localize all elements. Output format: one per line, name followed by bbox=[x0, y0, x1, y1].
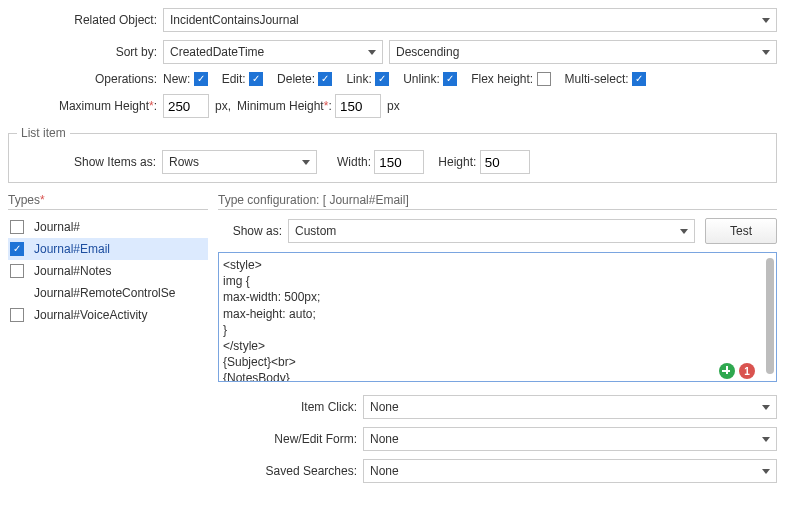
show-as-combo[interactable]: Custom bbox=[288, 219, 695, 243]
flex-height-label: Flex height: bbox=[471, 72, 533, 86]
max-height-label: Maximum Height bbox=[59, 99, 154, 113]
height-input[interactable] bbox=[480, 150, 530, 174]
multi-select-label: Multi-select: bbox=[565, 72, 629, 86]
error-badge[interactable]: 1 bbox=[739, 363, 755, 379]
delete-checkbox[interactable]: ✓ bbox=[318, 72, 332, 86]
types-title: Types bbox=[8, 193, 45, 207]
min-height-label: Minimum Height bbox=[237, 99, 328, 113]
new-edit-form-combo[interactable]: None bbox=[363, 427, 777, 451]
sort-direction-combo[interactable]: Descending bbox=[389, 40, 777, 64]
related-object-combo[interactable]: IncidentContainsJournal bbox=[163, 8, 777, 32]
new-label: New: bbox=[163, 72, 190, 86]
height-label: Height: bbox=[438, 155, 476, 169]
link-label: Link: bbox=[346, 72, 371, 86]
type-item-journal-voice[interactable]: Journal#VoiceActivity bbox=[8, 304, 208, 326]
test-button[interactable]: Test bbox=[705, 218, 777, 244]
item-click-value: None bbox=[370, 400, 399, 414]
plus-icon[interactable] bbox=[719, 363, 735, 379]
new-edit-form-label: New/Edit Form: bbox=[218, 432, 363, 446]
new-checkbox[interactable]: ✓ bbox=[194, 72, 208, 86]
show-items-as-label: Show Items as: bbox=[17, 155, 162, 169]
sort-field-value: CreatedDateTime bbox=[170, 45, 264, 59]
related-object-value: IncidentContainsJournal bbox=[170, 13, 299, 27]
show-as-label: Show as: bbox=[218, 224, 288, 238]
saved-searches-combo[interactable]: None bbox=[363, 459, 777, 483]
type-label: Journal#RemoteControlSe bbox=[34, 286, 175, 300]
type-item-journal-notes[interactable]: Journal#Notes bbox=[8, 260, 208, 282]
chevron-down-icon bbox=[368, 50, 376, 55]
type-item-journal-email[interactable]: ✓ Journal#Email bbox=[8, 238, 208, 260]
multi-select-checkbox[interactable]: ✓ bbox=[632, 72, 646, 86]
edit-checkbox[interactable]: ✓ bbox=[249, 72, 263, 86]
type-label: Journal#Notes bbox=[34, 264, 111, 278]
max-height-input[interactable] bbox=[163, 94, 209, 118]
type-item-journal-remote[interactable]: Journal#RemoteControlSe bbox=[8, 282, 208, 304]
chevron-down-icon bbox=[762, 437, 770, 442]
list-item-legend: List item bbox=[17, 126, 70, 140]
chevron-down-icon bbox=[762, 405, 770, 410]
px-label: px, bbox=[215, 99, 231, 113]
list-item-fieldset: List item Show Items as: Rows Width: Hei… bbox=[8, 126, 777, 183]
operations-label: Operations: bbox=[8, 72, 163, 86]
unlink-checkbox[interactable]: ✓ bbox=[443, 72, 457, 86]
delete-label: Delete: bbox=[277, 72, 315, 86]
saved-searches-label: Saved Searches: bbox=[218, 464, 363, 478]
width-input[interactable] bbox=[374, 150, 424, 174]
width-label: Width: bbox=[337, 155, 371, 169]
item-click-label: Item Click: bbox=[218, 400, 363, 414]
type-checkbox[interactable] bbox=[10, 264, 24, 278]
chevron-down-icon bbox=[762, 469, 770, 474]
chevron-down-icon bbox=[762, 18, 770, 23]
type-checkbox[interactable]: ✓ bbox=[10, 242, 24, 256]
type-checkbox[interactable] bbox=[10, 220, 24, 234]
item-click-combo[interactable]: None bbox=[363, 395, 777, 419]
flex-height-checkbox[interactable] bbox=[537, 72, 551, 86]
new-edit-form-value: None bbox=[370, 432, 399, 446]
type-label: Journal#VoiceActivity bbox=[34, 308, 147, 322]
unlink-label: Unlink: bbox=[403, 72, 440, 86]
type-config-title: Type configuration: [ Journal#Email] bbox=[218, 193, 777, 210]
edit-label: Edit: bbox=[222, 72, 246, 86]
link-checkbox[interactable]: ✓ bbox=[375, 72, 389, 86]
px-label-2: px bbox=[387, 99, 400, 113]
saved-searches-value: None bbox=[370, 464, 399, 478]
sort-direction-value: Descending bbox=[396, 45, 459, 59]
type-label: Journal#Email bbox=[34, 242, 110, 256]
type-label: Journal# bbox=[34, 220, 80, 234]
show-items-as-value: Rows bbox=[169, 155, 199, 169]
sort-by-label: Sort by: bbox=[8, 45, 163, 59]
chevron-down-icon bbox=[762, 50, 770, 55]
scrollbar-thumb[interactable] bbox=[766, 258, 774, 374]
min-height-input[interactable] bbox=[335, 94, 381, 118]
sort-field-combo[interactable]: CreatedDateTime bbox=[163, 40, 383, 64]
type-checkbox[interactable] bbox=[10, 308, 24, 322]
chevron-down-icon bbox=[680, 229, 688, 234]
show-items-as-combo[interactable]: Rows bbox=[162, 150, 317, 174]
show-as-value: Custom bbox=[295, 224, 336, 238]
related-object-label: Related Object: bbox=[8, 13, 163, 27]
chevron-down-icon bbox=[302, 160, 310, 165]
template-editor[interactable] bbox=[218, 252, 777, 382]
type-item-journal[interactable]: Journal# bbox=[8, 216, 208, 238]
